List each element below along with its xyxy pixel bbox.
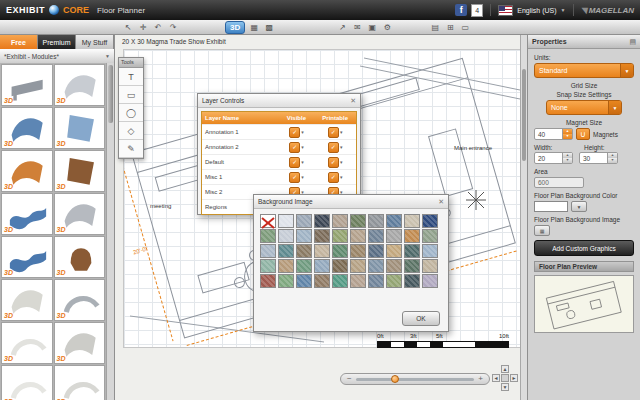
texture-swatch[interactable] xyxy=(296,214,312,228)
printable-toggle-icon[interactable]: ✓ xyxy=(328,127,339,138)
visible-toggle-icon[interactable]: ✓ xyxy=(289,127,300,138)
library-item[interactable]: 3D xyxy=(54,64,106,106)
step-down-icon[interactable]: ▼ xyxy=(563,158,572,163)
floor-plan-canvas[interactable]: 20 X 30 Magma Trade Show Exhibit xyxy=(115,35,527,400)
texture-swatch[interactable] xyxy=(350,229,366,243)
texture-swatch[interactable] xyxy=(368,229,384,243)
texture-swatch[interactable] xyxy=(404,274,420,288)
units-dropdown[interactable]: Standard ▼ xyxy=(534,63,634,78)
close-icon[interactable]: ✕ xyxy=(438,198,444,206)
library-item[interactable]: 3D xyxy=(1,193,53,235)
texture-swatch[interactable] xyxy=(314,259,330,273)
library-item[interactable]: 3D xyxy=(1,64,53,106)
texture-swatch[interactable] xyxy=(296,259,312,273)
texture-swatch[interactable] xyxy=(422,229,438,243)
zoom-in-icon[interactable]: + xyxy=(478,375,483,383)
library-item[interactable]: 3D xyxy=(54,279,106,321)
share-icon[interactable]: ↗ xyxy=(336,21,348,33)
library-item[interactable]: 3D xyxy=(54,193,106,235)
library-item[interactable]: 3D xyxy=(1,107,53,149)
grid-toggle-icon[interactable]: ▦ xyxy=(248,21,260,33)
undo-icon[interactable]: ↶ xyxy=(152,21,164,33)
texture-swatch[interactable] xyxy=(332,244,348,258)
zoom-out-icon[interactable]: − xyxy=(347,375,352,383)
polygon-tool-icon[interactable]: ◇ xyxy=(119,122,143,140)
draw-tool-icon[interactable]: ✎ xyxy=(119,140,143,158)
step-down-icon[interactable]: ▼ xyxy=(563,134,572,139)
redo-icon[interactable]: ↷ xyxy=(167,21,179,33)
layer-row[interactable]: Default ✓▾ ✓▾ xyxy=(202,154,356,169)
view-3d-button[interactable]: 3D xyxy=(225,21,245,34)
panel-menu-icon[interactable]: ▤ xyxy=(629,38,636,46)
zoom-slider[interactable]: − + xyxy=(340,373,490,385)
sidebar-scrollbar-thumb[interactable] xyxy=(108,65,113,123)
printable-toggle-icon[interactable]: ✓ xyxy=(328,172,339,183)
snap-toggle-icon[interactable]: ▩ xyxy=(263,21,275,33)
library-item[interactable]: 3D xyxy=(1,236,53,278)
texture-swatch[interactable] xyxy=(368,214,384,228)
texture-swatch[interactable] xyxy=(386,259,402,273)
pan-tool-icon[interactable]: ✛ xyxy=(137,21,149,33)
texture-swatch[interactable] xyxy=(404,259,420,273)
texture-swatch[interactable] xyxy=(404,214,420,228)
texture-swatch[interactable] xyxy=(386,274,402,288)
texture-swatch[interactable] xyxy=(332,274,348,288)
texture-swatch[interactable] xyxy=(278,229,294,243)
texture-swatch[interactable] xyxy=(386,244,402,258)
texture-swatch[interactable] xyxy=(278,274,294,288)
texture-swatch[interactable] xyxy=(404,244,420,258)
visible-toggle-icon[interactable]: ✓ xyxy=(289,157,300,168)
texture-swatch[interactable] xyxy=(332,214,348,228)
magnet-icon[interactable]: ∪ xyxy=(576,128,590,140)
step-down-icon[interactable]: ▼ xyxy=(608,158,617,163)
magnet-size-stepper[interactable]: 40 ▲▼ xyxy=(534,128,573,140)
canvas-vertical-scrollbar[interactable] xyxy=(520,35,527,400)
texture-swatch[interactable] xyxy=(350,274,366,288)
library-item[interactable]: 3D xyxy=(54,236,106,278)
no-image-swatch[interactable] xyxy=(260,214,276,228)
texture-swatch[interactable] xyxy=(422,274,438,288)
library-item[interactable]: 3D xyxy=(54,150,106,192)
texture-swatch[interactable] xyxy=(278,214,294,228)
tab-premium[interactable]: Premium xyxy=(38,35,76,49)
texture-swatch[interactable] xyxy=(332,259,348,273)
printable-toggle-icon[interactable]: ✓ xyxy=(328,142,339,153)
pan-down-button[interactable]: ▼ xyxy=(501,383,509,391)
table-view-icon[interactable]: ⊞ xyxy=(444,21,456,33)
texture-swatch[interactable] xyxy=(314,229,330,243)
texture-swatch[interactable] xyxy=(260,244,276,258)
ruler-icon[interactable]: ▭ xyxy=(459,21,471,33)
library-item[interactable]: 3D xyxy=(54,322,106,364)
zoom-thumb[interactable] xyxy=(391,375,399,383)
texture-swatch[interactable] xyxy=(422,259,438,273)
layer-dialog-titlebar[interactable]: Layer Controls ✕ xyxy=(198,94,360,108)
texture-swatch[interactable] xyxy=(350,244,366,258)
print-icon[interactable]: ▣ xyxy=(366,21,378,33)
pan-up-button[interactable]: ▲ xyxy=(501,365,509,373)
texture-swatch[interactable] xyxy=(368,274,384,288)
texture-swatch[interactable] xyxy=(314,244,330,258)
sidebar-scrollbar[interactable] xyxy=(106,63,114,400)
pan-center-button[interactable] xyxy=(501,374,509,382)
texture-swatch[interactable] xyxy=(350,214,366,228)
background-dialog-titlebar[interactable]: Background Image ✕ xyxy=(254,195,448,209)
height-stepper[interactable]: 30 ▲▼ xyxy=(579,152,618,164)
visible-toggle-icon[interactable]: ✓ xyxy=(289,172,300,183)
ellipse-tool-icon[interactable]: ◯ xyxy=(119,104,143,122)
library-item[interactable]: 3D xyxy=(54,365,106,400)
width-stepper[interactable]: 20 ▲▼ xyxy=(534,152,573,164)
category-dropdown[interactable]: *Exhibit - Modules* ▼ xyxy=(0,49,114,64)
texture-swatch[interactable] xyxy=(296,244,312,258)
bg-image-picker-button[interactable]: ▦ xyxy=(534,225,550,236)
texture-swatch[interactable] xyxy=(332,229,348,243)
library-item[interactable]: 3D xyxy=(1,279,53,321)
tool-palette-title[interactable]: Tools xyxy=(119,58,143,68)
pan-left-button[interactable]: ◄ xyxy=(492,374,500,382)
texture-swatch[interactable] xyxy=(314,214,330,228)
texture-swatch[interactable] xyxy=(368,244,384,258)
texture-swatch[interactable] xyxy=(260,274,276,288)
texture-swatch[interactable] xyxy=(422,214,438,228)
texture-swatch[interactable] xyxy=(386,229,402,243)
layer-row[interactable]: Annotation 1 ✓▾ ✓▾ xyxy=(202,124,356,139)
language-selector[interactable]: English (US) xyxy=(517,7,556,14)
